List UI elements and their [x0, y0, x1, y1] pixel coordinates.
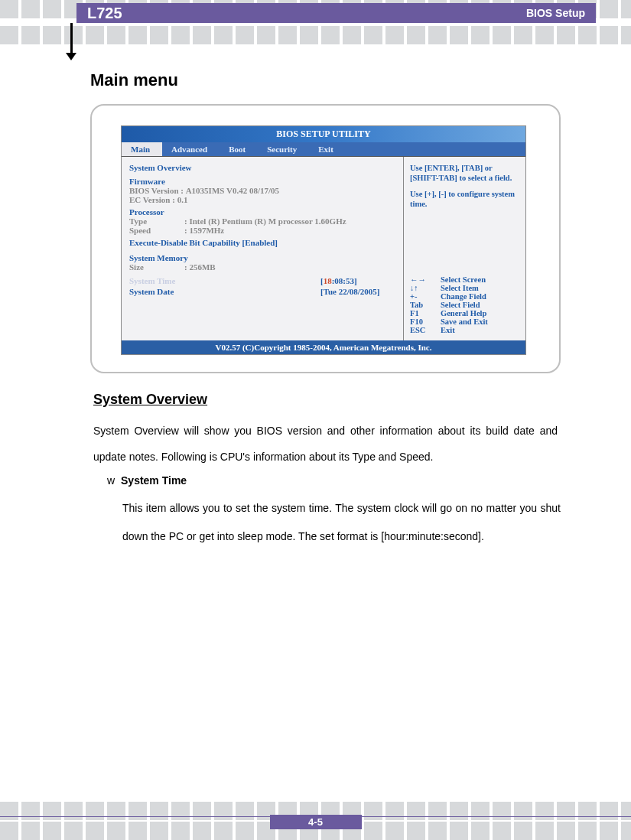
tab-boot[interactable]: Boot — [220, 142, 258, 156]
firmware-header: Firmware — [129, 177, 395, 186]
key-legend: ←→Select Screen ↓↑Select Item +-Change F… — [410, 275, 519, 334]
hint-select-field: Use [ENTER], [TAB] or [SHIFT-TAB] to sel… — [410, 163, 519, 183]
system-date-label[interactable]: System Date — [129, 287, 320, 296]
tab-security[interactable]: Security — [258, 142, 309, 156]
bios-window: BIOS SETUP UTILITY Main Advanced Boot Se… — [121, 125, 526, 355]
exec-disable-row[interactable]: Execute-Disable Bit Capability [Enabled] — [129, 238, 395, 247]
bios-screenshot-frame: BIOS SETUP UTILITY Main Advanced Boot Se… — [90, 104, 561, 373]
bios-version-label: BIOS Version : — [129, 186, 184, 195]
tab-exit[interactable]: Exit — [309, 142, 346, 156]
bios-title: BIOS SETUP UTILITY — [122, 126, 525, 142]
hint-configure-time: Use [+], [-] to configure system time. — [410, 189, 519, 209]
bios-right-panel: Use [ENTER], [TAB] or [SHIFT-TAB] to sel… — [403, 157, 525, 340]
item-system-time-head: w System Time — [107, 474, 561, 487]
memory-header: System Memory — [129, 253, 395, 262]
key-esc: ESC — [410, 326, 441, 334]
deco-band-top-2 — [0, 26, 631, 44]
system-time-label[interactable]: System Time — [129, 276, 320, 285]
bios-left-panel: System Overview Firmware BIOS Version : … — [122, 157, 403, 340]
proc-type-value: : Intel (R) Pentium (R) M processor 1.60… — [184, 217, 346, 226]
mem-size-label: Size — [129, 262, 184, 272]
key-tab: Tab — [410, 301, 441, 309]
key-pm: +- — [410, 292, 441, 301]
system-overview-text: System Overview will show you BIOS versi… — [93, 418, 558, 470]
proc-speed-label: Speed — [129, 226, 184, 235]
key-lr: ←→ — [410, 275, 441, 284]
key-lr-desc: Select Screen — [441, 275, 486, 284]
system-date-value[interactable]: [Tue 22/08/2005] — [320, 287, 380, 296]
system-time-value[interactable]: [18:08:53] — [320, 276, 357, 285]
system-overview-heading: System Overview — [93, 392, 561, 408]
bios-footer: V02.57 (C)Copyright 1985-2004, American … — [122, 340, 525, 354]
page-header: L725 BIOS Setup — [76, 3, 596, 23]
page-number: 4-5 — [270, 815, 362, 829]
key-f10: F10 — [410, 317, 441, 326]
item-system-time-text: This item allows you to set the system t… — [122, 494, 561, 550]
overview-header: System Overview — [129, 163, 395, 172]
tab-advanced[interactable]: Advanced — [162, 142, 220, 156]
key-f1: F1 — [410, 309, 441, 317]
key-f10-desc: Save and Exit — [441, 317, 488, 326]
key-ud-desc: Select Item — [441, 284, 479, 292]
key-ud: ↓↑ — [410, 284, 441, 292]
proc-speed-value: : 1597MHz — [184, 226, 224, 235]
arrow-down-icon — [70, 23, 73, 54]
key-tab-desc: Select Field — [441, 301, 480, 309]
section-label: BIOS Setup — [526, 7, 585, 19]
ec-version-value: 0.1 — [177, 195, 188, 204]
key-pm-desc: Change Field — [441, 292, 486, 301]
model-label: L725 — [87, 5, 122, 22]
bios-tabs: Main Advanced Boot Security Exit — [122, 142, 525, 157]
item-bullet: w — [107, 474, 115, 487]
key-esc-desc: Exit — [441, 326, 455, 334]
key-f1-desc: General Help — [441, 309, 486, 317]
tab-main[interactable]: Main — [122, 142, 162, 156]
main-menu-heading: Main menu — [90, 70, 561, 90]
proc-type-label: Type — [129, 217, 184, 226]
processor-header: Processor — [129, 207, 395, 217]
mem-size-value: : 256MB — [184, 262, 216, 272]
bios-version-value: A1035IMS V0.42 08/17/05 — [186, 186, 279, 195]
item-name: System Time — [121, 474, 187, 487]
ec-version-label: EC Version : — [129, 195, 175, 204]
